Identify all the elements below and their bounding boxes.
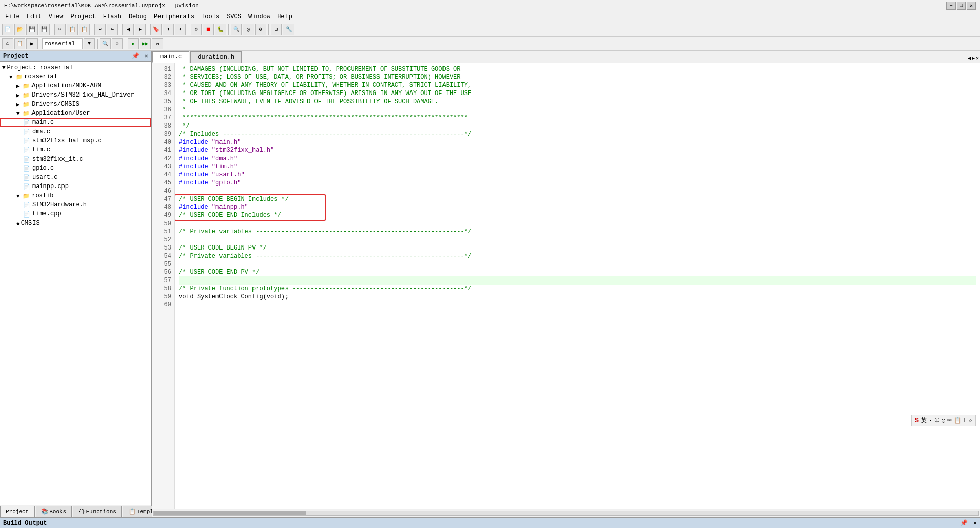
nav-fwd-button[interactable]: ▶ <box>135 24 146 35</box>
code-line-34[interactable]: * OR TORT (INCLUDING NEGLIGENCE OR OTHER… <box>179 89 976 98</box>
build-pin-icon[interactable]: 📌 <box>960 520 968 527</box>
save-button[interactable]: 💾 <box>26 24 38 35</box>
maximize-button[interactable]: □ <box>957 2 966 10</box>
save-all-button[interactable]: 💾 <box>39 24 50 35</box>
build-close-icon[interactable]: ✕ <box>973 520 977 527</box>
menu-item-flash[interactable]: Flash <box>100 12 124 21</box>
code-line-41[interactable]: #include "stm32f1xx_hal.h" <box>179 146 976 154</box>
tree-item-13[interactable]: 📄mainpp.cpp <box>0 182 151 191</box>
menu-item-debug[interactable]: Debug <box>125 12 150 21</box>
tb2-btn1[interactable]: ⌂ <box>2 38 13 49</box>
settings-button[interactable]: 🔧 <box>283 24 294 35</box>
menu-item-edit[interactable]: Edit <box>24 12 45 21</box>
minimize-button[interactable]: – <box>946 2 956 10</box>
menu-item-project[interactable]: Project <box>67 12 99 21</box>
undo-button[interactable]: ↩ <box>94 24 106 35</box>
tree-item-11[interactable]: 📄gpio.c <box>0 164 151 173</box>
tab-scroll-right[interactable]: ▶ <box>972 55 975 61</box>
options-button[interactable]: ⚙ <box>255 24 266 35</box>
dropdown-arrow[interactable]: ▼ <box>84 38 95 49</box>
code-line-44[interactable]: #include "usart.h" <box>179 171 976 179</box>
stop-button[interactable]: ⏹ <box>203 24 214 35</box>
hscrollbar[interactable] <box>152 509 980 517</box>
ime-emoji[interactable]: 📋 <box>954 417 961 424</box>
code-line-38[interactable]: */ <box>179 122 976 130</box>
tree-item-8[interactable]: 📄stm32f1xx_hal_msp.c <box>0 136 151 145</box>
windows-button[interactable]: ⊞ <box>271 24 282 35</box>
left-tab-books[interactable]: 📚Books <box>36 506 72 517</box>
tree-item-3[interactable]: ▶ 📁Drivers/STM32F1xx_HAL_Driver <box>0 90 151 100</box>
menu-item-svcs[interactable]: SVCS <box>224 12 244 21</box>
code-line-60[interactable] <box>179 301 976 309</box>
tree-item-2[interactable]: ▶ 📁Application/MDK-ARM <box>0 81 151 90</box>
code-line-42[interactable]: #include "dma.h" <box>179 154 976 163</box>
ime-star[interactable]: ☆ <box>969 417 972 424</box>
target-button[interactable]: ◎ <box>243 24 254 35</box>
green2[interactable]: ▶▶ <box>140 38 151 49</box>
zoom-button[interactable]: 🔍 <box>231 24 242 35</box>
reload-btn[interactable]: ↺ <box>152 38 163 49</box>
paste-button[interactable]: 📋 <box>79 24 90 35</box>
bookmark-next-button[interactable]: ⬇ <box>175 24 186 35</box>
ime-num[interactable]: ① <box>934 417 940 424</box>
tree-item-4[interactable]: ▶ 📁Drivers/CMSIS <box>0 100 151 109</box>
menu-item-peripherals[interactable]: Peripherals <box>151 12 197 21</box>
tree-item-0[interactable]: ▼Project: rosserial <box>0 63 151 72</box>
ime-lang-label[interactable]: 英 <box>921 416 927 425</box>
target-dropdown[interactable]: rosserial <box>42 38 83 49</box>
tree-item-6[interactable]: 📄main.c <box>0 118 151 127</box>
code-line-43[interactable]: #include "tim.h" <box>179 163 976 171</box>
tree-item-17[interactable]: ◆CMSIS <box>0 219 151 228</box>
close-button[interactable]: ✕ <box>967 2 976 10</box>
editor-tab-main-c[interactable]: main.c <box>152 51 189 63</box>
code-line-55[interactable] <box>179 260 976 268</box>
pin-icon[interactable]: 📌 <box>132 53 139 60</box>
left-tab-project[interactable]: Project <box>0 506 35 517</box>
code-line-59[interactable]: void SystemClock_Config(void); <box>179 293 976 301</box>
dbg-compile[interactable]: 🔍 <box>100 38 111 49</box>
tree-item-5[interactable]: ▼ 📁Application/User <box>0 109 151 118</box>
code-line-53[interactable]: /* USER CODE BEGIN PV */ <box>179 244 976 252</box>
code-line-33[interactable]: * CAUSED AND ON ANY THEORY OF LIABILITY,… <box>179 81 976 89</box>
ime-keyboard[interactable]: ⌨ <box>947 417 951 424</box>
tree-item-12[interactable]: 📄usart.c <box>0 173 151 182</box>
code-line-47[interactable]: /* USER CODE BEGIN Includes */ <box>179 195 976 203</box>
open-button[interactable]: 📂 <box>14 24 25 35</box>
editor-tab-duration-h[interactable]: duration.h <box>190 51 242 63</box>
tree-item-15[interactable]: 📄STM32Hardware.h <box>0 200 151 209</box>
code-line-56[interactable]: /* USER CODE END PV */ <box>179 268 976 276</box>
code-line-57[interactable] <box>179 276 976 285</box>
bookmark-prev-button[interactable]: ⬆ <box>163 24 174 35</box>
code-line-54[interactable]: /* Private variables -------------------… <box>179 252 976 260</box>
code-line-52[interactable] <box>179 236 976 244</box>
code-line-48[interactable]: #include "mainpp.h" <box>179 203 976 211</box>
code-line-37[interactable]: ****************************************… <box>179 114 976 122</box>
code-line-40[interactable]: #include "main.h" <box>179 138 976 146</box>
tree-item-7[interactable]: 📄dma.c <box>0 127 151 136</box>
redo-button[interactable]: ↪ <box>107 24 118 35</box>
build-button[interactable]: ⚙ <box>191 24 202 35</box>
close-panel-icon[interactable]: ✕ <box>145 53 148 60</box>
ime-fullwidth[interactable]: ◎ <box>942 417 945 424</box>
left-tab-functions[interactable]: {}Functions <box>73 506 122 517</box>
code-line-51[interactable]: /* Private variables -------------------… <box>179 228 976 236</box>
hscroll-thumb[interactable] <box>154 511 306 515</box>
code-line-45[interactable]: #include "gpio.h" <box>179 179 976 187</box>
green1[interactable]: ▶ <box>128 38 139 49</box>
menu-item-window[interactable]: Window <box>245 12 273 21</box>
tree-item-16[interactable]: 📄time.cpp <box>0 209 151 219</box>
code-line-39[interactable]: /* Includes ----------------------------… <box>179 130 976 138</box>
ime-lang[interactable]: S <box>915 417 919 424</box>
menu-item-tools[interactable]: Tools <box>198 12 223 21</box>
tb2-btn3[interactable]: ▶ <box>26 38 38 49</box>
tab-close-button[interactable]: ✕ <box>976 55 979 61</box>
hscroll-track[interactable] <box>153 511 979 516</box>
code-line-31[interactable]: * DAMAGES (INCLUDING, BUT NOT LIMITED TO… <box>179 65 976 73</box>
tree-item-1[interactable]: ▼ 📁rosserial <box>0 72 151 81</box>
code-line-46[interactable] <box>179 187 976 195</box>
menu-item-file[interactable]: File <box>2 12 23 21</box>
menu-item-view[interactable]: View <box>46 12 67 21</box>
code-line-36[interactable]: * <box>179 106 976 114</box>
nav-back-button[interactable]: ◀ <box>122 24 134 35</box>
code-line-58[interactable]: /* Private function prototypes ---------… <box>179 285 976 293</box>
